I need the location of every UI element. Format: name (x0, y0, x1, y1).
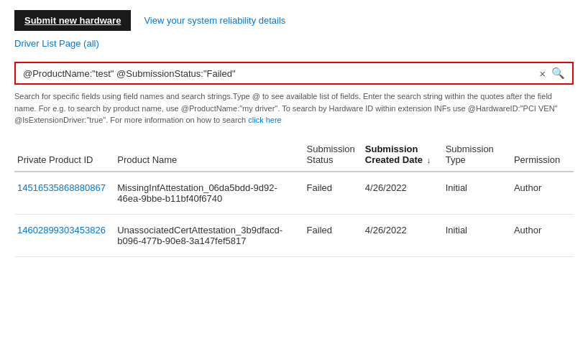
search-box-container: × 🔍 (14, 62, 574, 85)
col-header-submission-status: Submission Status (304, 138, 362, 172)
cell-submission-created: 4/26/2022 (362, 214, 443, 256)
search-hint-content: Search for specific fields using field n… (14, 92, 558, 124)
search-clear-icon[interactable]: × (539, 67, 546, 80)
cell-private-id: 14602899303453826 (14, 214, 114, 256)
top-actions-bar: Submit new hardware View your system rel… (14, 10, 574, 31)
cell-submission-status: Failed (304, 214, 362, 256)
private-id-link[interactable]: 14516535868880867 (17, 182, 106, 193)
submit-new-hardware-button[interactable]: Submit new hardware (14, 10, 131, 31)
col-header-product-name: Product Name (114, 138, 303, 172)
table-row: 14602899303453826UnassociatedCertAttesta… (14, 214, 574, 256)
table-row: 14516535868880867MissingInfAttestation_0… (14, 172, 574, 215)
cell-permission: Author (511, 172, 574, 215)
cell-submission-created: 4/26/2022 (362, 172, 443, 215)
driver-list-link[interactable]: Driver List Page (all) (14, 38, 574, 49)
cell-submission-type: Initial (443, 172, 511, 215)
table-header: Private Product ID Product Name Submissi… (14, 138, 574, 172)
cell-submission-status: Failed (304, 172, 362, 215)
reliability-details-link[interactable]: View your system reliability details (144, 15, 285, 26)
col-header-submission-type: Submission Type (443, 138, 511, 172)
cell-submission-type: Initial (443, 214, 511, 256)
col-header-permission: Permission (511, 138, 574, 172)
table-header-row: Private Product ID Product Name Submissi… (14, 138, 574, 172)
cell-product-name: MissingInfAttestation_06da5bdd-9d92-46ea… (114, 172, 303, 215)
col-header-private-id: Private Product ID (14, 138, 114, 172)
cell-private-id: 14516535868880867 (14, 172, 114, 215)
hardware-submissions-table: Private Product ID Product Name Submissi… (14, 138, 574, 257)
search-hint-link[interactable]: click here (248, 116, 281, 124)
search-hint-text: Search for specific fields using field n… (14, 90, 574, 126)
cell-product-name: UnassociatedCertAttestation_3b9dfacd-b09… (114, 214, 303, 256)
search-icon[interactable]: 🔍 (551, 67, 565, 80)
search-input[interactable] (23, 68, 533, 79)
col-header-submission-created[interactable]: Submission Created Date ↓ (362, 138, 443, 172)
cell-permission: Author (511, 214, 574, 256)
sort-arrow-icon: ↓ (427, 156, 431, 164)
private-id-link[interactable]: 14602899303453826 (17, 225, 106, 235)
table-body: 14516535868880867MissingInfAttestation_0… (14, 172, 574, 257)
